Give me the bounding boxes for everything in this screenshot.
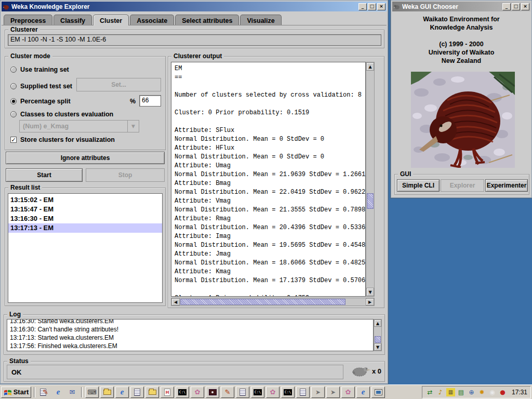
scheduler-icon[interactable]: ▥ — [446, 388, 455, 396]
scroll-thumb[interactable] — [367, 193, 374, 209]
volume-icon[interactable]: ♪ — [436, 388, 445, 396]
start-button[interactable]: Start — [6, 168, 83, 182]
close-icon[interactable]: × — [521, 3, 529, 10]
radio-icon[interactable] — [10, 111, 17, 117]
scroll-down-icon[interactable]: ▼ — [366, 288, 374, 296]
minimize-icon[interactable]: _ — [502, 3, 511, 10]
task-button-hdoc-icon[interactable]: H — [161, 387, 174, 398]
show-channels-icon[interactable]: ✎ — [38, 387, 50, 398]
output-vertical-scrollbar[interactable]: ▲ ▼ — [366, 62, 375, 297]
result-list-item-selected[interactable]: 13:17:13 - EM — [8, 223, 162, 233]
log-vertical-scrollbar[interactable]: ▲ ▼ — [374, 319, 382, 351]
recorder-icon[interactable]: ● — [498, 388, 507, 396]
scroll-right-icon[interactable]: ▶ — [366, 298, 374, 305]
simple-cli-button[interactable]: Simple CLI — [397, 179, 440, 192]
pccard-icon[interactable]: ▤ — [457, 388, 466, 396]
mouse-icon[interactable]: ◉ — [488, 388, 497, 396]
radio-icon[interactable] — [10, 83, 17, 89]
tab-preprocess[interactable]: Preprocess — [4, 15, 52, 25]
radio-icon[interactable] — [10, 66, 17, 73]
stop-button[interactable]: Stop — [86, 168, 165, 182]
taskbar: Start ✎ e ✉ ⌨ e H C:\ ✿ ✎ C:\ ✿ C:\ ➤ ➤ … — [0, 384, 532, 399]
about-text: Waikato Environment for Knowledge Analys… — [391, 15, 531, 65]
output-line: Normal Distribution. Mean = 0 StdDev = 0 — [175, 135, 365, 144]
magnifier-icon[interactable]: ⊕ — [467, 388, 476, 396]
output-line: EM — [175, 64, 365, 73]
result-list-item[interactable]: 13:16:30 - EM — [8, 214, 162, 223]
log-textarea[interactable]: 13:16:30: Started weka.clusterers.EM 13:… — [7, 319, 374, 351]
minimize-icon[interactable]: _ — [358, 3, 367, 10]
output-line — [175, 82, 365, 91]
result-list-item[interactable]: 13:15:02 - EM — [8, 195, 162, 205]
clusterer-command-field[interactable]: EM -I 100 -N -1 -S 100 -M 1.0E-6 — [8, 34, 381, 46]
task-button-bird-icon[interactable]: ➤ — [311, 387, 325, 398]
set-button[interactable]: Set... — [76, 78, 161, 91]
weka-explorer-window: Weka Knowledge Explorer _ □ × Preprocess… — [0, 0, 388, 384]
task-button-dos-prompt-icon[interactable]: C:\ — [281, 387, 295, 398]
task-button-internet-explorer-icon[interactable]: e — [356, 387, 370, 398]
title-bar: Weka GUI Chooser _ □ × — [392, 2, 530, 11]
checkbox-checked-icon[interactable]: ✓ — [10, 137, 17, 143]
radio-selected-icon[interactable] — [10, 98, 17, 104]
weka-icon — [3, 3, 10, 10]
scroll-up-icon[interactable]: ▲ — [366, 62, 374, 71]
ignore-attributes-button[interactable]: Ignore attributes — [6, 152, 165, 164]
tab-select-attributes[interactable]: Select attributes — [175, 15, 239, 25]
tab-associate[interactable]: Associate — [130, 15, 174, 25]
explorer-button[interactable]: Explorer — [441, 179, 484, 192]
output-line: Attribute: HFlux — [175, 144, 365, 153]
task-button-notepad-icon[interactable] — [296, 387, 310, 398]
windows-logo-icon — [4, 389, 12, 396]
weka-bird-photo — [411, 72, 515, 168]
scroll-up-icon[interactable]: ▲ — [374, 320, 381, 327]
clusterer-output-textarea[interactable]: EM == Number of clusters selected by cro… — [171, 62, 366, 297]
output-line: Normal Distribution. Mean = 17.1379 StdD… — [175, 276, 365, 285]
network-icon[interactable]: ⇄ — [425, 388, 434, 396]
task-button-bird-icon[interactable]: ➤ — [326, 387, 340, 398]
experimenter-button[interactable]: Experimenter — [485, 179, 528, 192]
internet-explorer-icon[interactable]: e — [52, 387, 64, 398]
cpu-icon[interactable]: ✹ — [477, 388, 486, 396]
result-list-item[interactable]: 13:15:47 - EM — [8, 205, 162, 214]
scroll-left-icon[interactable]: ◀ — [171, 298, 180, 305]
log-groupbox: Log 13:16:30: Started weka.clusterers.EM… — [4, 314, 385, 355]
task-button-paint-icon[interactable]: ✎ — [221, 387, 234, 398]
option-percentage-split[interactable]: Percentage split — [10, 98, 71, 105]
task-button-folder-icon[interactable] — [145, 387, 159, 398]
close-icon[interactable]: × — [377, 3, 385, 10]
task-button-internet-explorer-icon[interactable]: e — [115, 387, 129, 398]
chevron-down-icon: ▼ — [127, 121, 139, 132]
option-classes-to-clusters[interactable]: Classes to clusters evaluation — [10, 111, 113, 118]
task-button-notepad-icon[interactable] — [130, 387, 144, 398]
log-line: 13:17:13: Started weka.clusterers.EM — [10, 334, 373, 342]
option-store-clusters[interactable]: ✓ Store clusters for visualization — [10, 136, 115, 143]
task-button-weka-app-icon[interactable]: ✿ — [341, 387, 355, 398]
task-button-notepad-icon[interactable] — [236, 387, 249, 398]
maximize-icon[interactable]: □ — [368, 3, 376, 10]
task-button-computer-icon[interactable]: ⌨ — [85, 387, 99, 398]
window-title: Weka GUI Chooser — [402, 3, 501, 10]
task-button-dos-prompt-icon[interactable]: C:\ — [251, 387, 264, 398]
task-button-screen-icon[interactable] — [206, 387, 219, 398]
task-button-display-icon[interactable] — [371, 387, 385, 398]
start-button[interactable]: Start — [1, 387, 31, 398]
scroll-thumb[interactable] — [180, 299, 345, 305]
task-button-folder-icon[interactable] — [100, 387, 114, 398]
percent-split-input[interactable]: 66 — [139, 95, 161, 107]
tab-cluster[interactable]: Cluster — [93, 15, 129, 25]
tab-visualize[interactable]: Visualize — [240, 15, 281, 25]
scroll-down-icon[interactable]: ▼ — [374, 343, 381, 351]
maximize-icon[interactable]: □ — [512, 3, 520, 10]
task-button-weka-app-icon[interactable]: ✿ — [266, 387, 280, 398]
output-line: Attribute: Bmag — [175, 179, 365, 188]
tab-classify[interactable]: Classify — [54, 15, 92, 25]
output-line: Cluster: 1 Prior probability: 0.1759 — [175, 294, 365, 297]
task-button-weka-app-icon[interactable]: ✿ — [191, 387, 204, 398]
output-horizontal-scrollbar[interactable]: ◀ ▶ — [171, 298, 375, 306]
outlook-icon[interactable]: ✉ — [66, 387, 78, 398]
scroll-thumb[interactable] — [375, 336, 381, 343]
option-use-training-set[interactable]: Use training set — [10, 66, 69, 73]
task-button-dos-prompt-icon[interactable]: C:\ — [176, 387, 189, 398]
option-supplied-test-set[interactable]: Supplied test set — [10, 83, 72, 90]
class-attribute-combo[interactable]: (Num) e_Kmag ▼ — [19, 120, 139, 132]
